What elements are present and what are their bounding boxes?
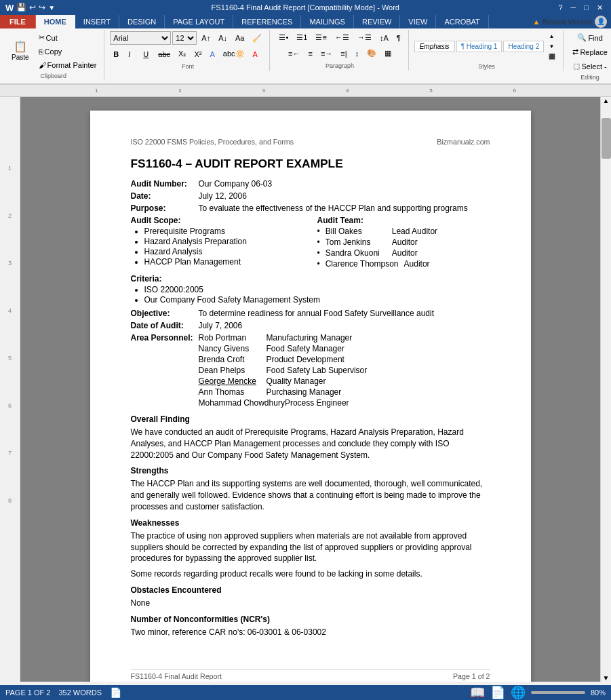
- date-of-audit-value: July 7, 2006: [199, 321, 490, 330]
- bullet-3: •: [317, 248, 320, 258]
- minimize-button[interactable]: ─: [568, 3, 579, 12]
- quick-access-save[interactable]: 💾: [16, 3, 26, 12]
- person-name-4: Dean Phelps: [199, 366, 267, 375]
- scrollbar-right[interactable]: ▲ ▼: [600, 97, 611, 682]
- close-button[interactable]: ✕: [594, 3, 606, 12]
- tab-references[interactable]: REFERENCES: [233, 15, 301, 28]
- find-icon: 🔍: [577, 33, 587, 42]
- tab-view[interactable]: VIEW: [400, 15, 436, 28]
- borders-button[interactable]: ▦: [381, 47, 395, 60]
- highlight-button[interactable]: abc🔆: [220, 47, 248, 60]
- person-row-5: George Mencke Quality Manager: [131, 376, 490, 386]
- criteria-list: ISO 22000:2005 Our Company Food Safety M…: [144, 285, 490, 305]
- subscript-button[interactable]: X₂: [175, 47, 189, 60]
- quick-access-undo[interactable]: ↩: [29, 3, 36, 12]
- ribbon-tab-bar: FILE HOME INSERT DESIGN PAGE LAYOUT REFE…: [0, 15, 611, 28]
- font-grow-button[interactable]: A↑: [198, 32, 214, 44]
- sort-button[interactable]: ↕A: [376, 32, 392, 44]
- tab-file[interactable]: FILE: [0, 15, 36, 28]
- quick-access-redo[interactable]: ↪: [39, 3, 45, 12]
- font-shrink-button[interactable]: A↓: [215, 32, 231, 44]
- scroll-up-button[interactable]: ▲: [603, 97, 610, 104]
- person-row-6: Ann Thomas Purchasing Manager: [131, 387, 490, 397]
- spacer-5: [131, 376, 199, 386]
- spacer-4: [131, 366, 199, 375]
- document-area: ISO 22000 FSMS Policies, Procedures, and…: [20, 97, 600, 682]
- replace-button[interactable]: ⇄ Replace: [569, 45, 610, 58]
- decrease-indent-button[interactable]: ←☰: [332, 31, 353, 44]
- show-formatting-button[interactable]: ¶: [393, 32, 404, 44]
- change-case-button[interactable]: Aa: [232, 32, 248, 44]
- select-button[interactable]: ⬚ Select -: [570, 60, 610, 73]
- tab-review[interactable]: REVIEW: [354, 15, 400, 28]
- scroll-thumb[interactable]: [602, 118, 611, 159]
- paragraph-content: ☰• ☰1 ☰≡ ←☰ →☰ ↕A ¶ ≡← ≡ ≡→ ≡| ↕ 🎨 ▦: [275, 31, 403, 61]
- replace-icon: ⇄: [572, 47, 578, 56]
- tab-mailings[interactable]: MAILINGS: [301, 15, 354, 28]
- line-spacing-button[interactable]: ↕: [352, 47, 363, 60]
- title-bar-controls: ? ─ □ ✕: [555, 3, 606, 12]
- bullets-button[interactable]: ☰•: [275, 31, 292, 44]
- scope-team-section: Audit Scope: Prerequisite Programs Hazar…: [131, 216, 490, 270]
- audit-team-label: Audit Team:: [317, 216, 490, 225]
- team-role-1: Lead Auditor: [392, 227, 439, 236]
- person-row-4: Dean Phelps Food Safety Lab Supervisor: [131, 366, 490, 375]
- multilevel-button[interactable]: ☰≡: [312, 31, 330, 44]
- tab-home[interactable]: HOME: [36, 15, 75, 28]
- ruler: 123456: [0, 85, 611, 97]
- audit-team-col: Audit Team: • Bill Oakes Lead Auditor • …: [317, 216, 490, 270]
- style-heading1[interactable]: ¶ Heading 1: [456, 41, 502, 52]
- style-heading2[interactable]: Heading 2: [503, 41, 544, 52]
- help-button[interactable]: ?: [555, 3, 565, 12]
- font-size-select[interactable]: 12: [172, 31, 197, 45]
- styles-group: Emphasis ¶ Heading 1 Heading 2 ▲ ▼ ⬛ Sty…: [410, 30, 564, 71]
- find-button[interactable]: 🔍 Find: [574, 31, 606, 44]
- increase-indent-button[interactable]: →☰: [354, 31, 375, 44]
- align-center-button[interactable]: ≡: [304, 47, 315, 60]
- italic-button[interactable]: I: [125, 48, 138, 60]
- shading-button[interactable]: 🎨: [363, 47, 380, 60]
- font-grow-icon: A↑: [201, 34, 210, 42]
- scroll-down-button[interactable]: ▼: [603, 674, 610, 682]
- scope-item-3: Hazard Analysis: [144, 247, 304, 256]
- user-name: Bianca Viviano: [543, 18, 592, 26]
- styles-expand[interactable]: ⬛: [545, 52, 559, 62]
- copy-button[interactable]: ⎘ Copy: [35, 45, 100, 58]
- tab-design[interactable]: DESIGN: [119, 15, 165, 28]
- objective-value: To determine readiness for annual Food S…: [199, 309, 490, 318]
- tab-page-layout[interactable]: PAGE LAYOUT: [165, 15, 233, 28]
- audit-scope-list: Prerequisite Programs Hazard Analysis Pr…: [144, 227, 304, 267]
- clear-format-button[interactable]: 🧹: [249, 32, 265, 45]
- tab-acrobat[interactable]: ACROBAT: [436, 15, 488, 28]
- audit-number-field: Audit Number: Our Company 06-03: [131, 179, 490, 189]
- quick-access-more[interactable]: ▼: [48, 4, 55, 12]
- overall-finding-heading: Overall Finding: [131, 414, 490, 424]
- justify-button[interactable]: ≡|: [337, 47, 350, 60]
- maximize-button[interactable]: □: [581, 3, 591, 12]
- underline-button[interactable]: U: [140, 48, 153, 60]
- editing-label: Editing: [569, 73, 610, 81]
- change-case-icon: Aa: [235, 34, 244, 42]
- style-emphasis[interactable]: Emphasis: [414, 41, 455, 52]
- format-painter-button[interactable]: 🖌 Format Painter: [35, 59, 100, 71]
- styles-scroll-down[interactable]: ▼: [545, 41, 559, 52]
- text-effects-button[interactable]: A: [206, 48, 218, 60]
- font-color-button[interactable]: A: [250, 48, 261, 60]
- align-left-button[interactable]: ≡←: [285, 47, 303, 60]
- strikethrough-button[interactable]: abc: [155, 48, 174, 60]
- superscript-button[interactable]: X²: [191, 48, 205, 60]
- numbering-button[interactable]: ☰1: [293, 31, 311, 44]
- styles-label: Styles: [414, 62, 559, 70]
- weaknesses-text1: The practice of using non approved suppl…: [131, 530, 490, 564]
- page: ISO 22000 FSMS Policies, Procedures, and…: [90, 111, 531, 682]
- bullet-4: •: [317, 259, 320, 269]
- tab-insert[interactable]: INSERT: [75, 15, 119, 28]
- align-right-button[interactable]: ≡→: [317, 47, 336, 60]
- person-row-7: Mohammad Chowdhury Process Engineer: [131, 398, 490, 408]
- styles-scroll-up[interactable]: ▲: [545, 31, 559, 41]
- bold-button[interactable]: B: [110, 48, 123, 60]
- cut-button[interactable]: ✂ Cut: [35, 31, 100, 44]
- obstacles-text: None: [131, 598, 490, 609]
- paste-button[interactable]: 📋 Paste: [7, 38, 34, 64]
- font-family-select[interactable]: Arial: [110, 31, 171, 45]
